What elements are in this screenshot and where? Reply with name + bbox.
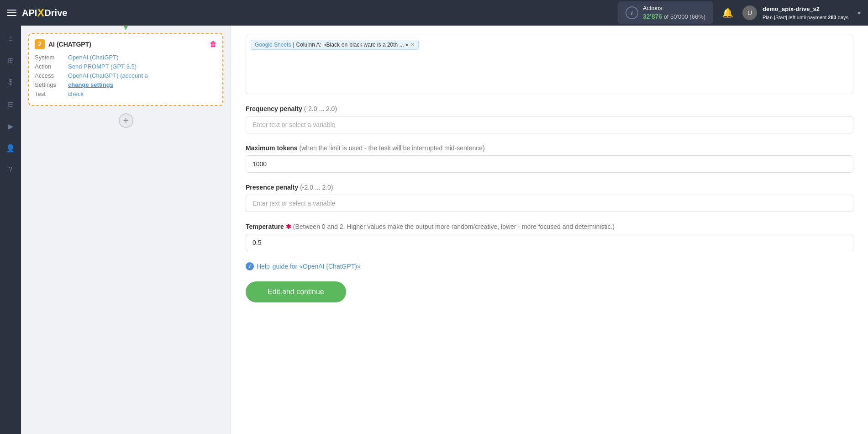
- node-value-access[interactable]: OpenAI (ChatGPT) (account a: [68, 72, 148, 79]
- user-info: demo_apix-drive_s2 Plan |Start| left unt…: [763, 5, 848, 21]
- sidebar-billing-icon[interactable]: $: [3, 75, 18, 90]
- frequency-penalty-section: Frequency penalty (-2.0 ... 2.0): [246, 105, 853, 133]
- node-row-test: Test check: [35, 90, 217, 97]
- sidebar-connections-icon[interactable]: ⊞: [3, 53, 18, 68]
- node-value-action[interactable]: Send PROMPT (GPT-3.5): [68, 63, 137, 70]
- presence-penalty-label: Presence penalty (-2.0 ... 2.0): [246, 184, 853, 191]
- node-connector-top: ▼: [122, 26, 130, 32]
- presence-penalty-range: (-2.0 ... 2.0): [300, 184, 333, 191]
- maximum-tokens-description: (when the limit is used - the task will …: [300, 144, 485, 152]
- flow-panel: ▼ 2 AI (CHATGPT) 🗑 System OpenAI (ChatGP…: [21, 26, 231, 434]
- node-label-system: System: [35, 54, 64, 61]
- logo-api: API: [22, 8, 37, 18]
- logo: API X Drive: [22, 6, 67, 19]
- sidebar-videos-icon[interactable]: ▶: [3, 119, 18, 133]
- node-title: AI (CHATGPT): [48, 41, 91, 48]
- node-value-settings[interactable]: change settings: [68, 81, 113, 88]
- node-row-action: Action Send PROMPT (GPT-3.5): [35, 63, 217, 70]
- avatar: U: [742, 5, 757, 20]
- node-row-access: Access OpenAI (ChatGPT) (account a: [35, 72, 217, 79]
- node-number: 2: [35, 39, 45, 49]
- maximum-tokens-input[interactable]: [246, 155, 853, 173]
- prompt-tag-source: Google Sheets: [255, 42, 291, 48]
- info-icon: i: [626, 6, 638, 19]
- days-remaining: 283 days: [828, 15, 848, 20]
- actions-count: 32'876: [643, 13, 662, 20]
- add-node-button[interactable]: +: [119, 113, 133, 128]
- logo-x: X: [37, 6, 44, 19]
- maximum-tokens-section: Maximum tokens (when the limit is used -…: [246, 144, 853, 173]
- hamburger-icon[interactable]: [7, 10, 16, 16]
- prompt-tag: Google Sheets | Column A: «Black-on-blac…: [251, 40, 419, 50]
- sidebar-tasks-icon[interactable]: ⊟: [3, 97, 18, 111]
- help-circle-icon: i: [246, 262, 254, 270]
- flow-node-header: 2 AI (CHATGPT) 🗑: [35, 39, 217, 49]
- prompt-tag-column: Column A:: [296, 42, 321, 48]
- temperature-label: Temperature ✱ (Between 0 and 2. Higher v…: [246, 223, 853, 230]
- help-guide-text: guide for «OpenAI (ChatGPT)»: [273, 263, 361, 270]
- node-value-system[interactable]: OpenAI (ChatGPT): [68, 54, 119, 61]
- prompt-tag-value: «Black-on-black ware is a 20th ... »: [323, 42, 409, 48]
- edit-and-continue-button[interactable]: Edit and continue: [246, 281, 346, 302]
- presence-penalty-input[interactable]: [246, 195, 853, 212]
- node-row-system: System OpenAI (ChatGPT): [35, 54, 217, 61]
- frequency-penalty-input[interactable]: [246, 116, 853, 133]
- prompt-area[interactable]: Google Sheets | Column A: «Black-on-blac…: [246, 35, 853, 94]
- help-text: Help: [257, 263, 270, 270]
- temperature-section: Temperature ✱ (Between 0 and 2. Higher v…: [246, 223, 853, 251]
- temperature-description: (Between 0 and 2. Higher values make the…: [293, 223, 615, 230]
- prompt-tag-pipe: |: [293, 42, 294, 48]
- node-label-settings: Settings: [35, 81, 64, 88]
- user-menu-chevron-icon[interactable]: ▾: [857, 9, 861, 16]
- help-link[interactable]: i Help guide for «OpenAI (ChatGPT)»: [246, 262, 853, 270]
- node-value-test[interactable]: check: [68, 90, 84, 97]
- actions-widget: i Actions: 32'876 of 50'000 (66%): [618, 1, 713, 24]
- main-layout: ⌂ ⊞ $ ⊟ ▶ 👤 ? ▼ 2 AI (CHATGPT) 🗑 System …: [0, 26, 868, 434]
- actions-text: Actions: 32'876 of 50'000 (66%): [643, 4, 705, 21]
- node-label-test: Test: [35, 90, 64, 97]
- actions-of: of: [664, 13, 670, 20]
- notification-bell-icon[interactable]: 🔔: [722, 7, 733, 18]
- user-name: demo_apix-drive_s2: [763, 5, 848, 14]
- frequency-penalty-range: (-2.0 ... 2.0): [304, 105, 337, 112]
- flow-node: ▼ 2 AI (CHATGPT) 🗑 System OpenAI (ChatGP…: [28, 33, 223, 106]
- presence-penalty-section: Presence penalty (-2.0 ... 2.0): [246, 184, 853, 212]
- sidebar-help-icon[interactable]: ?: [3, 163, 18, 177]
- maximum-tokens-label: Maximum tokens (when the limit is used -…: [246, 144, 853, 152]
- top-header: API X Drive i Actions: 32'876 of 50'000 …: [0, 0, 868, 26]
- prompt-tag-close-icon[interactable]: ✕: [410, 42, 415, 48]
- actions-label: Actions:: [643, 5, 664, 11]
- settings-panel: Google Sheets | Column A: «Black-on-blac…: [231, 26, 868, 434]
- sidebar-home-icon[interactable]: ⌂: [3, 31, 18, 46]
- user-plan: Plan |Start| left until payment 283 days: [763, 14, 848, 21]
- left-sidebar: ⌂ ⊞ $ ⊟ ▶ 👤 ?: [0, 26, 21, 434]
- temperature-input[interactable]: [246, 234, 853, 251]
- sidebar-account-icon[interactable]: 👤: [3, 141, 18, 155]
- frequency-penalty-label: Frequency penalty (-2.0 ... 2.0): [246, 105, 853, 112]
- delete-node-icon[interactable]: 🗑: [210, 40, 217, 48]
- node-label-access: Access: [35, 72, 64, 79]
- node-label-action: Action: [35, 63, 64, 70]
- logo-drive: Drive: [44, 8, 67, 18]
- node-row-settings: Settings change settings: [35, 81, 217, 88]
- actions-limit: 50'000: [670, 13, 688, 20]
- temperature-required-marker: ✱: [286, 223, 291, 230]
- actions-percent: (66%): [689, 13, 705, 20]
